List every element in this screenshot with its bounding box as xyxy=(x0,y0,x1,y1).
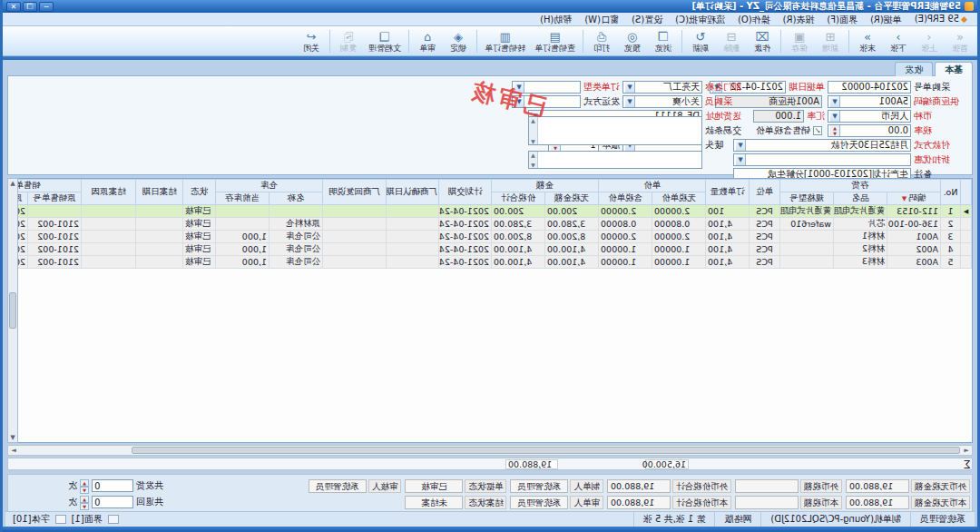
column-header-原销售单号[interactable]: 原销售单号 xyxy=(28,192,82,205)
toolbar-button-转销售订单[interactable]: ▥转销售订单 xyxy=(480,27,530,55)
column-header-厂商确认日期[interactable]: 厂商确认日期 xyxy=(387,180,439,205)
menu-item-6[interactable]: 设置(S) xyxy=(625,13,669,26)
spin-down-icon[interactable]: ▼ xyxy=(80,487,89,494)
column-header-订单数量[interactable]: 订单数量 xyxy=(706,180,750,205)
checkbox-field-销售含税单价[interactable]: ✓销售含税单价 xyxy=(756,124,822,137)
chevron-down-icon[interactable]: ▼ xyxy=(830,111,840,122)
horizontal-scroll-thumb[interactable] xyxy=(132,447,960,454)
textarea-交易条款[interactable]: ▲▼ xyxy=(528,116,702,145)
toolbar-button-预览[interactable]: ◎预览 xyxy=(617,27,648,55)
toolbar-button-刷新[interactable]: ↻刷新 xyxy=(685,27,716,55)
menu-item-5[interactable]: 流程审批(C) xyxy=(669,13,731,26)
toolbar-button-浏览[interactable]: ❐浏览 xyxy=(648,27,679,55)
table-row[interactable]: 2136-00-100芯片wafer610PCS4,1000.800000.80… xyxy=(7,218,972,231)
spin-up-icon[interactable]: ▲ xyxy=(80,479,89,487)
input-税率[interactable]: 0.00▲▼ xyxy=(828,124,911,137)
column-header-No.[interactable]: No. xyxy=(941,180,961,205)
input-折扣优惠[interactable]: ▼ xyxy=(733,153,911,166)
column-header-厂商回复说明[interactable]: 厂商回复说明 xyxy=(323,180,387,205)
input-部门名称[interactable]: 天亮工厂▼ xyxy=(622,81,702,94)
spin-down-icon[interactable]: ▼ xyxy=(80,503,89,510)
table-row[interactable]: 4A002材料2PCS4,1001.000001.000004,100.004,… xyxy=(7,243,972,256)
column-header-结案日期[interactable]: 结案日期 xyxy=(136,180,183,205)
toolbar-button-文档管理[interactable]: ❏文档管理 xyxy=(364,27,406,55)
spinner-control[interactable]: ▲▼ xyxy=(80,479,89,492)
textarea-scrollbar[interactable]: ▲▼ xyxy=(529,152,538,168)
spin-up-icon[interactable]: ▲ xyxy=(80,496,89,503)
input-采购员[interactable]: 关小爽▼ xyxy=(622,95,702,108)
input-供应商编码[interactable]: 5A001▼ xyxy=(828,95,911,108)
menu-item-4[interactable]: 操作(O) xyxy=(731,13,777,26)
menu-item-1[interactable]: 单据(R) xyxy=(864,13,908,26)
input-采购单号[interactable]: 202104-00002 xyxy=(828,81,911,94)
column-header-当前库存[interactable]: 当前库存 xyxy=(216,192,270,205)
scroll-up-icon[interactable]: ▲ xyxy=(529,152,537,158)
chevron-down-icon[interactable]: ▼ xyxy=(830,96,840,107)
scroll-down-icon[interactable]: ▼ xyxy=(529,162,537,168)
column-header-含税单价[interactable]: 含税单价 xyxy=(599,192,652,205)
scroll-left-icon[interactable]: ◄ xyxy=(961,447,972,454)
scroll-up-icon[interactable]: ▲ xyxy=(10,180,15,187)
column-header-编码[interactable]: 编码▼ xyxy=(887,192,941,205)
column-header-无税金额[interactable]: 无税金额 xyxy=(545,192,599,205)
column-header-单位[interactable]: 单位 xyxy=(750,180,780,205)
spinner-control[interactable]: ▲▼ xyxy=(830,125,840,136)
close-button[interactable]: ✕ xyxy=(6,2,21,12)
toolbar-button-审单[interactable]: ⌂审单 xyxy=(412,27,443,55)
form-tab-收发[interactable]: 收发 xyxy=(895,62,933,76)
horizontal-scrollbar[interactable]: ◄ ► xyxy=(7,445,973,456)
toolbar-button-关闭[interactable]: ↩关闭 xyxy=(296,27,327,55)
menu-item-7[interactable]: 窗口(W) xyxy=(578,13,625,26)
scroll-down-icon[interactable]: ▼ xyxy=(10,434,15,441)
column-header-结案原因[interactable]: 结案原因 xyxy=(82,180,136,205)
minimize-button[interactable]: ─ xyxy=(39,2,54,12)
menu-item-8[interactable]: 帮助(H) xyxy=(534,13,578,26)
column-header-无税单价[interactable]: 无税单价 xyxy=(652,192,706,205)
table-row[interactable]: 3A001材料1PCS4,1002.000002.000008,200.008,… xyxy=(7,231,972,243)
status-right-item[interactable]: 界面[1] xyxy=(72,513,103,526)
vertical-scroll-thumb[interactable] xyxy=(9,292,16,329)
scroll-down-icon[interactable]: ▼ xyxy=(529,138,537,144)
menu-item-2[interactable]: 界面(F) xyxy=(820,13,864,26)
column-header-名称[interactable]: 名称 xyxy=(270,192,323,205)
spin-down-icon[interactable]: ▼ xyxy=(830,131,840,136)
column-header-indicator[interactable] xyxy=(961,180,972,205)
toolbar-button-下张[interactable]: ›下张 xyxy=(883,27,914,55)
toolbar-button-首张: «首张 xyxy=(945,27,975,55)
counter-value[interactable]: 0 xyxy=(92,496,133,508)
toolbar-button-作废[interactable]: ⌧作废 xyxy=(747,27,778,55)
column-header-价税合计[interactable]: 价税合计 xyxy=(492,192,545,205)
cell xyxy=(136,231,183,243)
filter-icon[interactable]: ▼ xyxy=(902,195,906,202)
toolbar-button-上张: ‹上张 xyxy=(914,27,945,55)
table-row[interactable]: ▶1112-0153黄通片式电阻 2K 0402 ±5% 1/16W黄通片式电阻… xyxy=(7,205,972,218)
chevron-down-icon[interactable]: ▼ xyxy=(625,82,635,93)
toolbar-button-打印[interactable]: ⎙打印 xyxy=(586,27,617,55)
toolbar-button-查销售订单[interactable]: ▤查销售订单 xyxy=(530,27,580,55)
status-right-item[interactable]: 字体[10] xyxy=(13,513,50,526)
scroll-right-icon[interactable]: ► xyxy=(8,447,19,454)
counter-value[interactable]: 0 xyxy=(92,479,133,492)
spinner-control[interactable]: ▲▼ xyxy=(80,496,89,508)
column-header-品名[interactable]: 品名 xyxy=(834,192,887,205)
menu-item-0[interactable]: ◆59 ERP(E) xyxy=(908,12,974,26)
column-header-计划交期[interactable]: 计划交期 xyxy=(439,180,492,205)
column-header-状态[interactable]: 状态 xyxy=(183,180,216,205)
form-tab-基本[interactable]: 基本 xyxy=(935,62,973,76)
textarea-notes[interactable]: ▲▼ xyxy=(528,151,702,169)
skin-box-icon[interactable] xyxy=(108,515,119,524)
toolbar-button-末张[interactable]: »末张 xyxy=(852,27,883,55)
chevron-down-icon[interactable]: ▼ xyxy=(625,96,635,107)
input-币种[interactable]: 人民币▼ xyxy=(828,110,911,123)
input-付款方式[interactable]: 月结25日30天付款▼ xyxy=(733,139,911,152)
column-header-规格型号[interactable]: 规格型号 xyxy=(780,192,834,205)
toolbar-button-锁定[interactable]: ◈锁定 xyxy=(443,27,474,55)
grid-box-icon[interactable] xyxy=(55,515,66,524)
checkbox-icon[interactable]: ✓ xyxy=(813,126,822,135)
maximize-button[interactable]: ❐ xyxy=(23,2,37,12)
menu-item-3[interactable]: 报表(R) xyxy=(777,13,821,26)
toolbar-button-label: 作废 xyxy=(754,44,770,53)
vertical-scrollbar[interactable]: ▲ ▼ xyxy=(7,178,18,443)
table-row[interactable]: 5A003材料3PCS4,1001.000001.000004,100.004,… xyxy=(7,256,972,269)
footer-field-本币无税金额: 本币无税金额19,880.00 xyxy=(846,496,970,509)
